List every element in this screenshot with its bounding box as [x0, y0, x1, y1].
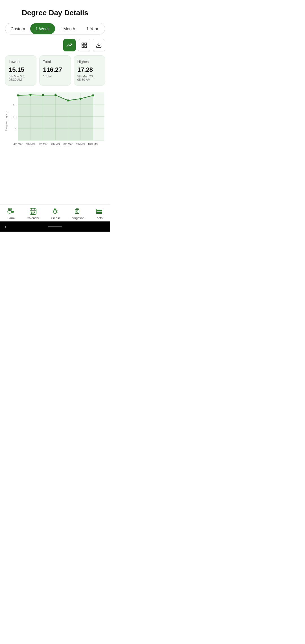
- svg-point-37: [10, 209, 12, 210]
- svg-point-44: [31, 212, 32, 212]
- svg-point-25: [67, 99, 69, 101]
- nav-item-disease[interactable]: Disease: [44, 207, 66, 220]
- nav-label-fertigation: Fertigation: [70, 216, 84, 220]
- nav-label-disease: Disease: [49, 216, 61, 220]
- calendar-icon: [29, 207, 37, 215]
- time-filter-group: Custom 1 Week 1 Month 1 Year: [5, 23, 105, 34]
- svg-point-35: [8, 210, 12, 213]
- bottom-nav: Farm Calendar: [0, 204, 110, 221]
- svg-point-47: [31, 213, 32, 214]
- y-axis-label: Degree Days (): [5, 104, 8, 138]
- svg-point-24: [55, 94, 56, 96]
- svg-text:10: 10: [13, 115, 16, 119]
- nav-label-calendar: Calendar: [27, 216, 40, 220]
- svg-point-21: [17, 94, 19, 96]
- nav-label-plots: Plots: [96, 216, 103, 220]
- stat-card-highest: Highest 17.28 5th Mar '23, 05:30 AM: [74, 55, 105, 86]
- svg-rect-0: [82, 43, 84, 45]
- svg-rect-2: [82, 46, 84, 47]
- stat-lowest-value: 15.15: [9, 66, 33, 73]
- chart-view-button[interactable]: [63, 39, 76, 51]
- svg-marker-20: [18, 95, 93, 140]
- download-button[interactable]: [93, 39, 105, 51]
- svg-text:9th Mar: 9th Mar: [76, 142, 85, 145]
- chart-wrap: Degree Days (): [3, 91, 107, 151]
- svg-text:4th Mar: 4th Mar: [14, 142, 23, 145]
- back-button[interactable]: ‹: [5, 223, 6, 230]
- svg-line-56: [56, 210, 57, 211]
- stat-lowest-sub: 8th Mar '23, 05:30 AM: [9, 75, 33, 81]
- page-title: Degree Day Details: [6, 8, 104, 17]
- svg-text:7th Mar: 7th Mar: [51, 142, 60, 145]
- stat-total-sub: * Total: [43, 75, 67, 78]
- nav-item-calendar[interactable]: Calendar: [22, 207, 44, 220]
- svg-text:6th Mar: 6th Mar: [38, 142, 47, 145]
- stat-card-lowest: Lowest 15.15 8th Mar '23, 05:30 AM: [5, 55, 36, 86]
- svg-text:10th Mar: 10th Mar: [88, 142, 98, 145]
- svg-rect-64: [96, 212, 102, 214]
- svg-point-22: [29, 94, 31, 96]
- stat-lowest-label: Lowest: [9, 60, 33, 64]
- chart-container: Degree Days (): [0, 91, 110, 204]
- time-filter-custom[interactable]: Custom: [5, 23, 30, 34]
- nav-item-fertigation[interactable]: Fertigation: [66, 207, 88, 220]
- svg-text:15: 15: [13, 103, 16, 107]
- farm-icon: [7, 207, 15, 215]
- download-icon: [96, 42, 102, 48]
- svg-point-45: [33, 212, 33, 212]
- time-filter-1year[interactable]: 1 Year: [80, 23, 105, 34]
- svg-rect-1: [85, 43, 86, 45]
- action-icons-row: [0, 39, 110, 55]
- stat-total-value: 116.27: [43, 66, 67, 73]
- home-indicator[interactable]: [48, 226, 62, 227]
- stat-highest-value: 17.28: [77, 66, 101, 73]
- system-bar: ‹: [0, 221, 110, 232]
- stat-highest-label: Highest: [77, 60, 101, 64]
- time-filter-1month[interactable]: 1 Month: [55, 23, 80, 34]
- chart-icon: [66, 42, 73, 48]
- stat-cards-row: Lowest 15.15 8th Mar '23, 05:30 AM Total…: [0, 55, 110, 91]
- plots-icon: [95, 207, 103, 215]
- svg-text:5th Mar: 5th Mar: [26, 142, 35, 145]
- svg-point-48: [33, 213, 33, 214]
- svg-point-27: [92, 94, 94, 96]
- svg-point-26: [79, 98, 81, 100]
- svg-point-46: [34, 212, 35, 212]
- fertigation-icon: [73, 207, 81, 215]
- svg-text:8th Mar: 8th Mar: [64, 142, 73, 145]
- svg-point-23: [42, 94, 44, 96]
- svg-rect-3: [85, 46, 86, 47]
- svg-line-58: [56, 212, 57, 213]
- svg-line-55: [53, 212, 54, 213]
- svg-rect-62: [96, 209, 102, 210]
- grid-view-button[interactable]: [78, 39, 90, 51]
- svg-rect-63: [96, 211, 102, 212]
- svg-line-53: [53, 210, 54, 211]
- page-header: Degree Day Details: [0, 0, 110, 23]
- svg-text:5: 5: [15, 127, 16, 130]
- time-filter-1week[interactable]: 1 Week: [30, 23, 55, 34]
- grid-icon: [81, 42, 87, 48]
- nav-label-farm: Farm: [7, 216, 15, 220]
- svg-line-51: [54, 208, 55, 209]
- nav-item-plots[interactable]: Plots: [88, 207, 110, 220]
- nav-item-farm[interactable]: Farm: [0, 207, 22, 220]
- stat-highest-sub: 5th Mar '23, 05:30 AM: [77, 75, 101, 81]
- disease-icon: [51, 207, 59, 215]
- stat-total-label: Total: [43, 60, 67, 64]
- svg-point-60: [76, 211, 78, 212]
- chart-svg: 15 10 5 4th Mar: [9, 91, 107, 151]
- svg-line-52: [56, 208, 56, 209]
- stat-card-total: Total 116.27 * Total: [39, 55, 71, 86]
